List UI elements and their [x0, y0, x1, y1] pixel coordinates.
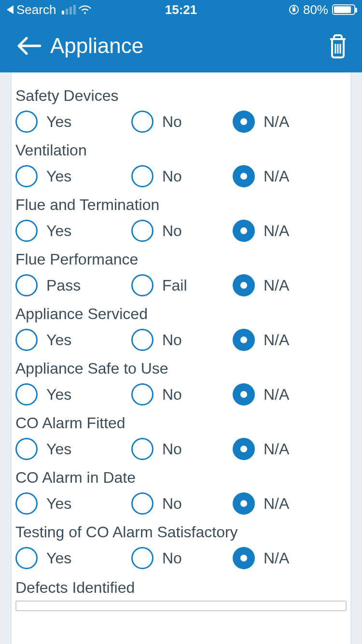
question: Safety DevicesYesNoN/A — [12, 84, 350, 139]
question-title: Flue and Termination — [12, 196, 350, 220]
question-title: CO Alarm in Date — [12, 469, 350, 492]
question-title: CO Alarm Fitted — [12, 414, 350, 438]
radio-row: YesNoN/A — [12, 547, 350, 569]
radio-label: N/A — [264, 386, 289, 404]
radio-label: No — [162, 440, 182, 458]
radio-option[interactable]: N/A — [233, 274, 347, 296]
radio-option[interactable]: No — [131, 383, 233, 406]
radio-icon — [233, 220, 255, 242]
radio-option[interactable]: N/A — [233, 438, 347, 460]
back-app-label[interactable]: Search — [16, 2, 56, 17]
radio-option[interactable]: Yes — [15, 383, 131, 406]
question-title: Testing of CO Alarm Satisfactory — [12, 523, 350, 547]
radio-option[interactable]: Yes — [15, 165, 131, 187]
status-left: Search — [7, 2, 128, 17]
question-title: Flue Performance — [12, 251, 350, 274]
radio-label: Fail — [162, 277, 187, 294]
radio-option[interactable]: No — [131, 111, 233, 133]
question: Flue and TerminationYesNoN/A — [12, 193, 350, 248]
radio-option[interactable]: Yes — [15, 329, 131, 351]
radio-label: Yes — [46, 386, 71, 404]
page-title: Appliance — [50, 34, 143, 58]
radio-icon — [131, 438, 153, 460]
status-time: 15:21 — [128, 2, 234, 17]
radio-option[interactable]: N/A — [233, 111, 347, 133]
question: Appliance ServicedYesNoN/A — [12, 302, 350, 357]
defects-input[interactable] — [15, 601, 347, 611]
radio-option[interactable]: Yes — [15, 492, 131, 515]
radio-option[interactable]: Yes — [15, 438, 131, 460]
radio-icon — [131, 165, 153, 187]
svg-rect-1 — [292, 8, 295, 12]
radio-option[interactable]: Fail — [131, 274, 233, 296]
radio-icon — [233, 165, 255, 187]
question: Testing of CO Alarm SatisfactoryYesNoN/A — [12, 520, 350, 575]
radio-label: No — [162, 331, 182, 349]
radio-row: PassFailN/A — [12, 274, 350, 296]
question: CO Alarm FittedYesNoN/A — [12, 411, 350, 466]
radio-option[interactable]: Pass — [15, 274, 131, 296]
radio-icon — [131, 111, 153, 133]
radio-option[interactable]: Yes — [15, 111, 131, 133]
delete-button[interactable] — [320, 33, 348, 58]
radio-option[interactable]: No — [131, 329, 233, 351]
radio-icon — [131, 329, 153, 351]
radio-label: N/A — [264, 222, 289, 240]
radio-icon — [15, 165, 38, 187]
radio-option[interactable]: No — [131, 438, 233, 460]
radio-option[interactable]: Yes — [15, 220, 131, 242]
battery-percent: 80% — [303, 2, 328, 17]
radio-label: N/A — [264, 168, 289, 185]
radio-icon — [15, 383, 38, 406]
radio-option[interactable]: No — [131, 165, 233, 187]
radio-icon — [233, 329, 255, 351]
battery-icon — [332, 4, 355, 15]
radio-row: YesNoN/A — [12, 220, 350, 242]
content-wrap: Safety DevicesYesNoN/AVentilationYesNoN/… — [0, 72, 362, 644]
radio-icon — [15, 274, 38, 296]
radio-option[interactable]: N/A — [233, 492, 347, 515]
radio-option[interactable]: No — [131, 220, 233, 242]
radio-icon — [15, 329, 38, 351]
radio-option[interactable]: N/A — [233, 329, 347, 351]
back-app-caret-icon[interactable] — [7, 5, 14, 14]
radio-label: N/A — [264, 440, 289, 458]
radio-label: Yes — [46, 222, 71, 240]
question: Flue PerformancePassFailN/A — [12, 248, 350, 302]
radio-option[interactable]: N/A — [233, 220, 347, 242]
radio-label: Yes — [46, 440, 71, 458]
radio-icon — [233, 438, 255, 460]
radio-label: Yes — [46, 331, 71, 349]
radio-label: N/A — [264, 495, 289, 513]
radio-label: No — [162, 495, 182, 513]
radio-option[interactable]: No — [131, 547, 233, 569]
back-button[interactable] — [10, 36, 48, 56]
radio-icon — [15, 492, 38, 515]
radio-row: YesNoN/A — [12, 438, 350, 460]
radio-row: YesNoN/A — [12, 111, 350, 133]
radio-label: N/A — [264, 331, 289, 349]
radio-label: No — [162, 113, 182, 131]
radio-icon — [233, 492, 255, 515]
radio-label: No — [162, 386, 182, 404]
radio-option[interactable]: N/A — [233, 547, 347, 569]
defects-section: Defects Identified — [12, 575, 350, 611]
radio-label: Yes — [46, 549, 71, 567]
radio-row: YesNoN/A — [12, 492, 350, 515]
defects-label: Defects Identified — [15, 579, 347, 601]
radio-option[interactable]: Yes — [15, 547, 131, 569]
radio-option[interactable]: N/A — [233, 165, 347, 187]
radio-icon — [233, 547, 255, 569]
back-arrow-icon — [17, 36, 41, 56]
status-right: 80% — [234, 2, 355, 17]
question-title: Appliance Safe to Use — [12, 360, 350, 383]
radio-option[interactable]: N/A — [233, 383, 347, 406]
radio-label: N/A — [264, 549, 289, 567]
radio-label: Pass — [46, 277, 81, 294]
wifi-icon — [79, 5, 91, 14]
radio-option[interactable]: No — [131, 492, 233, 515]
question-title: Ventilation — [12, 141, 350, 165]
form-card: Safety DevicesYesNoN/AVentilationYesNoN/… — [11, 72, 351, 644]
cellular-signal-icon — [62, 5, 76, 14]
radio-icon — [131, 492, 153, 515]
